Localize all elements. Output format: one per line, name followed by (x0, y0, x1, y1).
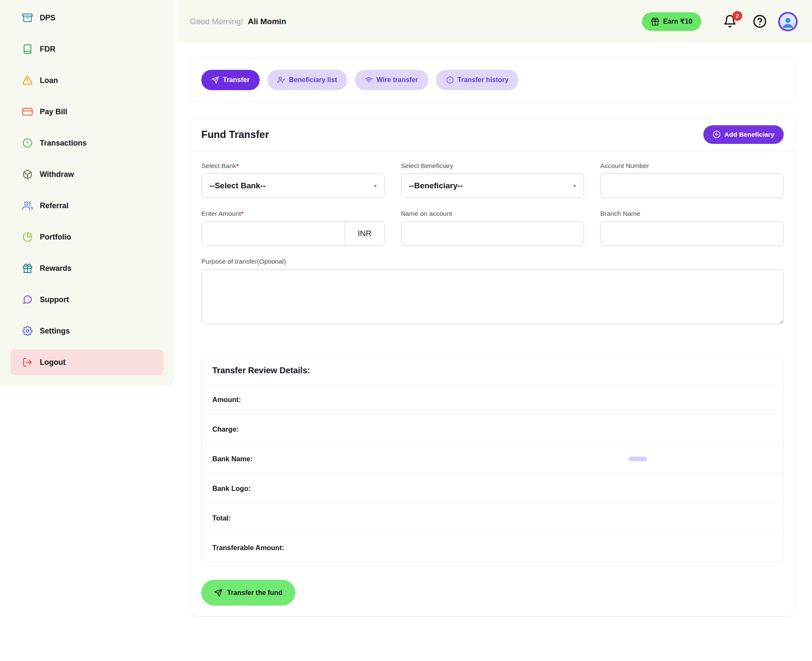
sidebar-item-label: Referral (40, 201, 69, 210)
tab-transfer-history[interactable]: Transfer history (436, 70, 519, 90)
send-icon (214, 589, 222, 597)
sidebar-item-withdraw[interactable]: Withdraw (0, 164, 175, 185)
review-title: Transfer Review Details: (202, 355, 783, 385)
sidebar-item-pay-bill[interactable]: Pay Bill (0, 102, 175, 122)
transfer-review-box: Transfer Review Details: Amount: Charge:… (201, 354, 784, 563)
required-asterisk: * (241, 210, 244, 217)
review-row-bank-name: Bank Name: (202, 444, 783, 474)
sidebar-item-label: Settings (40, 327, 70, 336)
greeting: Good Morning! Ali Momin (190, 17, 286, 26)
select-bank-label: Select Bank* (201, 162, 385, 170)
sidebar-item-label: Support (40, 295, 69, 304)
review-row-bank-logo: Bank Logo: (202, 474, 783, 503)
help-icon (753, 14, 767, 28)
select-bank-value: --Select Bank-- (209, 181, 266, 190)
earn-button[interactable]: Earn ₹10 (642, 12, 701, 31)
name-on-account-input[interactable] (401, 221, 584, 246)
tab-transfer[interactable]: Transfer (201, 70, 260, 90)
select-bank-label-text: Select Bank (201, 162, 236, 169)
sidebar-item-label: Pay Bill (40, 107, 67, 116)
select-bank-dropdown[interactable]: --Select Bank-- ▾ (201, 174, 385, 198)
enter-amount-label-text: Enter Amount (201, 210, 241, 217)
select-beneficiary-dropdown[interactable]: --Beneficiary-- ▾ (401, 174, 584, 198)
send-icon (211, 76, 219, 84)
archive-icon (22, 13, 33, 23)
amount-input[interactable] (202, 222, 345, 245)
help-button[interactable] (753, 14, 767, 29)
sidebar-item-label: FDR (40, 45, 55, 54)
tab-wire-transfer[interactable]: Wire transfer (355, 70, 428, 90)
credit-card-icon (22, 107, 33, 117)
transfer-tabs-card: Transfer Beneficiary list Wire transfer … (190, 58, 795, 102)
sidebar-item-label: Withdraw (40, 170, 74, 179)
transfer-fund-button[interactable]: Transfer the fund (201, 580, 295, 606)
sidebar-item-loan[interactable]: Loan (0, 70, 175, 91)
sidebar-item-logout[interactable]: Logout (11, 350, 164, 375)
avatar[interactable] (778, 12, 798, 31)
sidebar-item-rewards[interactable]: Rewards (0, 258, 175, 278)
tab-beneficiary-list[interactable]: Beneficiary list (267, 70, 347, 90)
sidebar-item-dps[interactable]: DPS (0, 8, 175, 28)
wifi-icon (365, 76, 373, 84)
amount-input-group: INR (201, 221, 385, 246)
sidebar-item-fdr[interactable]: FDR (0, 39, 175, 59)
review-row-label: Transferable Amount: (212, 544, 284, 552)
user-icon (781, 15, 795, 30)
username: Ali Momin (248, 17, 286, 26)
page-title: Fund Transfer (201, 129, 269, 140)
book-icon (22, 44, 33, 54)
sidebar-item-settings[interactable]: Settings (0, 321, 175, 341)
review-row-label: Amount: (212, 396, 241, 404)
sidebar-item-portfolio[interactable]: Portfolio (0, 227, 175, 247)
select-beneficiary-label: Select Beneficiary (401, 162, 584, 170)
account-number-input[interactable] (600, 174, 784, 198)
review-row-label: Bank Name: (212, 455, 252, 463)
sidebar-item-label: Transactions (40, 139, 87, 148)
purpose-label: Purpose of transfer(Optional) (201, 258, 784, 265)
review-row-label: Charge: (212, 425, 239, 433)
users-icon (22, 201, 33, 211)
branch-name-label: Branch Name (600, 210, 784, 218)
greeting-text: Good Morning! (190, 17, 243, 26)
alert-circle-icon (22, 138, 33, 148)
message-circle-icon (22, 295, 33, 305)
add-beneficiary-button[interactable]: Add Beneficiary (703, 125, 784, 144)
transfer-fund-label: Transfer the fund (227, 589, 283, 597)
select-beneficiary-value: --Beneficiary-- (409, 181, 463, 190)
sidebar-item-label: DPS (40, 14, 55, 22)
review-row-total: Total: (202, 503, 783, 533)
notification-badge: 2 (732, 11, 742, 21)
chevron-down-icon: ▾ (374, 182, 377, 189)
tab-label: Transfer (223, 76, 250, 84)
sidebar-item-referral[interactable]: Referral (0, 196, 175, 216)
review-row-amount: Amount: (202, 385, 783, 414)
required-asterisk: * (236, 162, 239, 169)
alert-triangle-icon (22, 75, 33, 85)
logout-icon (22, 357, 33, 367)
gift-icon (651, 17, 659, 26)
name-on-account-label: Name on account (401, 210, 584, 218)
user-check-icon (277, 76, 285, 84)
header: Good Morning! Ali Momin Earn ₹10 2 (178, 0, 812, 43)
sidebar-item-transactions[interactable]: Transactions (0, 133, 175, 153)
transfer-form: Select Bank* --Select Bank-- ▾ Select Be… (190, 151, 795, 326)
tab-label: Beneficiary list (289, 76, 337, 84)
review-row-transferable-amount: Transferable Amount: (202, 533, 783, 562)
sidebar-item-support[interactable]: Support (0, 289, 175, 310)
currency-suffix: INR (345, 222, 384, 245)
enter-amount-label: Enter Amount* (201, 210, 385, 218)
notification-bell[interactable]: 2 (723, 14, 738, 29)
chevron-down-icon: ▾ (573, 182, 576, 189)
bank-name-skeleton (629, 457, 647, 461)
fund-transfer-header: Fund Transfer Add Beneficiary (190, 118, 795, 151)
branch-name-input[interactable] (600, 221, 784, 246)
review-row-label: Bank Logo: (212, 485, 251, 493)
review-row-charge: Charge: (202, 414, 783, 444)
main-content: Transfer Beneficiary list Wire transfer … (175, 43, 812, 617)
sidebar: DPS FDR Loan Pay Bill Transactions Withd… (0, 0, 175, 386)
purpose-textarea[interactable] (201, 269, 784, 324)
gear-icon (22, 326, 33, 336)
gift-icon (22, 263, 33, 273)
box-icon (22, 169, 33, 179)
sidebar-item-label: Portfolio (40, 233, 71, 242)
